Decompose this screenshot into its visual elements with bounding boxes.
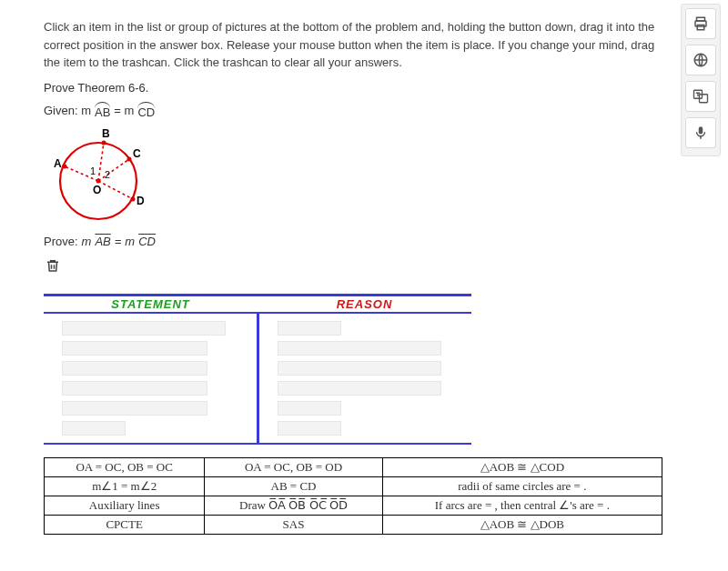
- choice-r3c1[interactable]: Auxiliary lines: [45, 496, 205, 515]
- prove-rhs: CD: [138, 235, 156, 248]
- reason-slot-5[interactable]: [278, 401, 341, 416]
- svg-rect-6: [699, 126, 703, 134]
- choice-r3c3[interactable]: If arcs are = , then central ∠'s are = .: [382, 496, 662, 515]
- label-angle2: 2: [105, 169, 110, 180]
- prove-m1: m: [82, 235, 92, 248]
- svg-line-16: [98, 181, 133, 199]
- choice-r4c2[interactable]: SAS: [205, 515, 382, 534]
- label-angle1: 1: [90, 165, 96, 176]
- prove-line: Prove: m AB = m CD: [44, 235, 662, 248]
- choice-r3c2[interactable]: Draw O̅A̅ O̅B̅ O̅C̅ O̅D̅: [205, 496, 382, 515]
- print-button[interactable]: [685, 8, 716, 39]
- prove-lhs: AB: [95, 235, 110, 248]
- choice-r2c2[interactable]: AB = CD: [205, 476, 382, 496]
- instructions-text: Click an item in the list or group of pi…: [44, 18, 662, 72]
- proof-table: STATEMENT REASON: [44, 294, 471, 445]
- given-eq: = m: [114, 104, 134, 117]
- given-prefix: Given: m: [44, 104, 91, 117]
- stmt-slot-5[interactable]: [62, 401, 207, 416]
- label-B: B: [102, 127, 110, 140]
- label-C: C: [133, 147, 141, 160]
- reason-slot-2[interactable]: [278, 341, 441, 356]
- svg-line-15: [98, 159, 129, 181]
- svg-line-14: [98, 143, 104, 181]
- reason-column: [259, 314, 472, 443]
- stmt-slot-3[interactable]: [62, 361, 207, 376]
- prove-prefix: Prove:: [44, 235, 78, 248]
- globe-icon: [693, 52, 709, 68]
- prove-eq: =: [115, 235, 122, 248]
- microphone-button[interactable]: [685, 117, 716, 148]
- right-toolbar: [681, 4, 721, 156]
- reason-slot-4[interactable]: [278, 381, 441, 396]
- arc-ab: AB: [95, 102, 110, 119]
- stmt-slot-1[interactable]: [62, 321, 226, 336]
- task-line: Prove Theorem 6-6.: [44, 81, 662, 95]
- choice-r1c2[interactable]: OA = OC, OB = OD: [205, 457, 382, 476]
- trash-icon: [45, 256, 61, 275]
- trash-button[interactable]: [44, 255, 62, 275]
- label-O: O: [93, 184, 101, 196]
- problem-content: Click an item in the list or group of pi…: [44, 18, 662, 535]
- choice-r1c3[interactable]: △AOB ≅ △COD: [382, 457, 662, 476]
- choice-r2c1[interactable]: m∠1 = m∠2: [45, 476, 205, 496]
- label-A: A: [54, 157, 62, 170]
- globe-button[interactable]: [685, 45, 716, 75]
- choice-r2c3[interactable]: radii of same circles are = .: [382, 476, 662, 496]
- stmt-slot-4[interactable]: [62, 381, 207, 396]
- reason-slot-1[interactable]: [278, 321, 341, 336]
- label-D: D: [136, 195, 145, 207]
- choice-r4c1[interactable]: CPCTE: [45, 515, 205, 534]
- choice-bank: OA = OC, OB = OC OA = OC, OB = OD △AOB ≅…: [44, 457, 662, 535]
- prove-m2: m: [125, 235, 135, 248]
- choice-r4c3[interactable]: △AOB ≅ △DOB: [382, 515, 662, 534]
- header-statement: STATEMENT: [44, 296, 258, 312]
- microphone-icon: [693, 125, 709, 141]
- choice-r1c1[interactable]: OA = OC, OB = OC: [45, 457, 205, 476]
- reason-slot-3[interactable]: [278, 361, 441, 376]
- arc-cd: CD: [137, 102, 155, 119]
- translate-icon: [693, 88, 709, 105]
- stmt-slot-2[interactable]: [62, 341, 207, 356]
- reason-slot-6[interactable]: [278, 421, 341, 436]
- statement-column: [44, 314, 259, 443]
- header-reason: REASON: [258, 296, 471, 312]
- stmt-slot-6[interactable]: [62, 421, 126, 436]
- circle-figure: A B C D O 1 2: [44, 126, 662, 229]
- translate-button[interactable]: [685, 81, 716, 112]
- print-icon: [693, 15, 709, 32]
- given-line: Given: m AB = m CD: [44, 102, 662, 119]
